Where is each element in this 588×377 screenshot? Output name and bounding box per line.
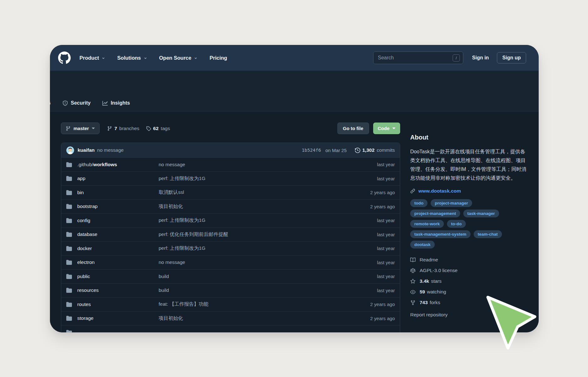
file-name-link[interactable]: database xyxy=(77,232,97,237)
file-name-link[interactable]: resources xyxy=(77,287,99,293)
file-table-row[interactable]: config perf: 上传限制改为1G last year xyxy=(61,213,400,227)
code-button-label: Code xyxy=(378,126,390,131)
history-icon xyxy=(355,148,360,153)
readme-link[interactable]: Readme xyxy=(410,257,527,263)
file-table-row[interactable]: routes feat: 【工作报告】功能 2 years ago xyxy=(61,297,400,311)
file-table-row[interactable]: .github/workflows no message last year xyxy=(61,157,400,172)
topic-tag[interactable]: remote-work xyxy=(410,220,444,228)
file-commit-date: 2 years ago xyxy=(350,204,400,209)
topic-tag[interactable]: dootask xyxy=(410,241,435,249)
go-to-file-button[interactable]: Go to file xyxy=(337,123,369,134)
file-commit-message-link[interactable]: feat: 【工作报告】功能 xyxy=(159,301,350,308)
file-commit-message-link[interactable]: build xyxy=(159,274,350,279)
commits-history-link[interactable]: 1,302 commits xyxy=(355,147,395,153)
tags-label: tags xyxy=(161,126,170,131)
sign-in-link[interactable]: Sign in xyxy=(472,55,489,61)
folder-icon xyxy=(66,162,72,167)
meta-label: watching xyxy=(427,289,446,295)
file-name-link[interactable]: .github/workflows xyxy=(77,162,117,167)
file-name-link[interactable]: docker xyxy=(77,246,92,251)
file-commit-message-link[interactable]: perf: 优化任务到期前后邮件提醒 xyxy=(159,231,350,238)
license-link[interactable]: AGPL-3.0 license xyxy=(410,268,527,273)
file-table-row[interactable] xyxy=(61,325,400,332)
file-commit-message-link[interactable]: build xyxy=(159,287,350,293)
file-table: kuaifan no message 1b524f6 on Mar 25 1,3… xyxy=(61,143,400,332)
sign-up-button[interactable]: Sign up xyxy=(497,52,526,63)
commit-message[interactable]: no message xyxy=(97,147,123,153)
code-button[interactable]: Code xyxy=(373,123,400,134)
file-name-link[interactable]: public xyxy=(77,274,90,279)
branch-selector-button[interactable]: master xyxy=(61,123,100,134)
folder-icon xyxy=(66,246,72,251)
file-commit-message-link[interactable]: perf: 上传限制改为1G xyxy=(159,245,350,252)
latest-commit-row: kuaifan no message 1b524f6 on Mar 25 1,3… xyxy=(61,143,400,157)
search-input[interactable] xyxy=(378,55,453,61)
file-name-link[interactable]: bootstrap xyxy=(77,204,98,209)
report-repository-link[interactable]: Report repository xyxy=(410,312,527,318)
website-link[interactable]: www.dootask.com xyxy=(418,188,461,194)
file-table-row[interactable]: docker perf: 上传限制改为1G last year xyxy=(61,241,400,255)
chevron-down-icon xyxy=(392,128,395,129)
topic-tag[interactable]: project-management xyxy=(410,210,460,217)
file-commit-message-link[interactable]: 取消默认ssl xyxy=(159,189,350,196)
meta-count: 3.4k xyxy=(420,278,429,284)
topic-tag[interactable]: to-do xyxy=(447,220,466,228)
file-commit-message-link[interactable]: 项目初始化 xyxy=(159,203,350,210)
folder-icon xyxy=(66,287,72,293)
tab-label: Insights xyxy=(111,100,130,106)
tab-security[interactable]: Security xyxy=(63,100,90,106)
file-name-link[interactable]: routes xyxy=(77,302,91,307)
commit-author-link[interactable]: kuaifan xyxy=(78,147,95,153)
link-icon xyxy=(410,188,415,194)
branches-label: branches xyxy=(119,126,139,131)
tab-insights[interactable]: Insights xyxy=(102,100,130,106)
file-table-row[interactable]: electron no message last year xyxy=(61,255,400,270)
file-commit-message-link[interactable]: perf: 上传限制改为1G xyxy=(159,175,350,182)
branches-link[interactable]: 7 branches xyxy=(107,126,139,131)
file-name-link[interactable]: app xyxy=(77,176,85,181)
topic-tag[interactable]: todo xyxy=(410,199,427,207)
folder-icon xyxy=(66,204,72,209)
folder-icon xyxy=(66,330,72,332)
nav-menu-item[interactable]: Pricing xyxy=(210,55,227,61)
nav-menu: Product Solutions Open Source Pricing xyxy=(79,55,227,61)
file-name-link[interactable]: electron xyxy=(77,260,95,265)
file-commit-date: last year xyxy=(350,246,400,251)
file-commit-message-link[interactable]: 项目初始化 xyxy=(159,315,350,322)
nav-menu-item[interactable]: Open Source xyxy=(159,55,198,61)
tag-icon xyxy=(146,126,151,131)
tags-link[interactable]: 62 tags xyxy=(146,126,170,131)
file-table-row[interactable]: bootstrap 项目初始化 2 years ago xyxy=(61,199,400,214)
topic-tag[interactable]: task-manager xyxy=(463,210,499,217)
search-box[interactable]: / xyxy=(373,52,463,64)
file-table-row[interactable]: database perf: 优化任务到期前后邮件提醒 last year xyxy=(61,227,400,242)
file-commit-message-link[interactable]: no message xyxy=(159,162,350,167)
file-name-link[interactable]: storage xyxy=(77,315,94,321)
file-table-row[interactable]: bin 取消默认ssl 2 years ago xyxy=(61,185,400,199)
watching-link[interactable]: 59 watching xyxy=(410,289,527,295)
tab-projects-cutoff[interactable]: ts xyxy=(50,100,51,106)
topic-tag[interactable]: project-manager xyxy=(431,199,472,207)
about-description: DooTask是一款开源在线项目任务管理工具，提供各类文档协作工具、在线思维导图… xyxy=(410,147,527,183)
nav-menu-item[interactable]: Product xyxy=(79,55,106,61)
github-logo-icon[interactable] xyxy=(58,52,71,64)
file-table-row[interactable]: public build last year xyxy=(61,269,400,283)
about-title: About xyxy=(410,134,527,141)
topic-tag[interactable]: task-management-system xyxy=(410,230,471,238)
avatar[interactable] xyxy=(66,146,74,154)
nav-menu-item-label: Pricing xyxy=(210,55,227,61)
file-commit-message-link[interactable]: no message xyxy=(159,260,350,265)
commit-date: on Mar 25 xyxy=(325,148,347,153)
topic-tag[interactable]: team-chat xyxy=(474,230,502,238)
nav-menu-item-label: Solutions xyxy=(117,55,141,61)
file-name-link[interactable]: config xyxy=(77,218,90,223)
forks-link[interactable]: 743 forks xyxy=(410,300,527,305)
file-table-row[interactable]: storage 项目初始化 2 years ago xyxy=(61,311,400,325)
stars-link[interactable]: 3.4k stars xyxy=(410,278,527,284)
commit-hash-link[interactable]: 1b524f6 xyxy=(302,148,321,153)
nav-menu-item[interactable]: Solutions xyxy=(117,55,147,61)
file-commit-message-link[interactable]: perf: 上传限制改为1G xyxy=(159,217,350,224)
file-table-row[interactable]: resources build last year xyxy=(61,283,400,298)
file-name-link[interactable]: bin xyxy=(77,190,84,195)
file-table-row[interactable]: app perf: 上传限制改为1G last year xyxy=(61,172,400,186)
